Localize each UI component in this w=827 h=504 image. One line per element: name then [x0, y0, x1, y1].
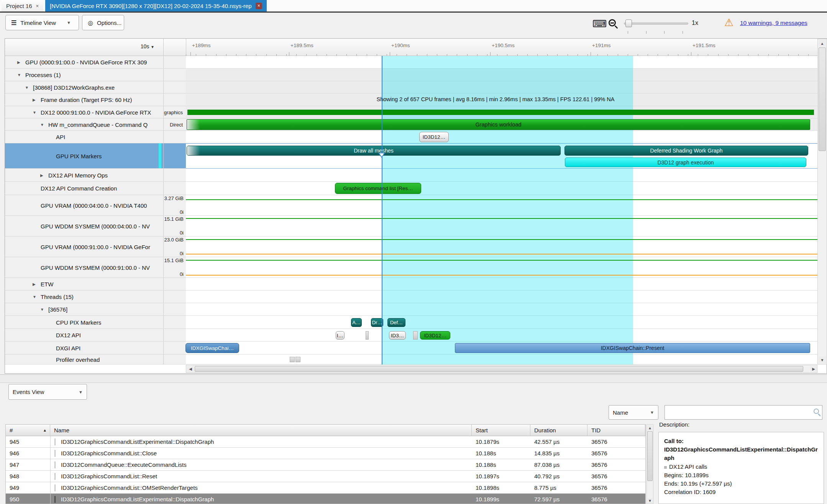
ruler-scale-dropdown[interactable]: 10s ▼	[141, 43, 154, 49]
event-duration: 87.038 µs	[530, 459, 587, 471]
expand-icon[interactable]: ▶	[33, 98, 36, 102]
zoom-slider-track[interactable]	[624, 23, 688, 25]
timeline-bar-segment[interactable]	[187, 110, 814, 115]
warning-icon: ⚠	[724, 16, 733, 29]
timeline-hscrollbar[interactable]: ◀ ▶	[186, 365, 817, 373]
scroll-left-icon[interactable]: ◀	[187, 366, 194, 372]
collapse-icon[interactable]: ▼	[33, 295, 36, 299]
row-max-value: 15.1 GiB	[164, 216, 184, 222]
collapse-icon[interactable]: ▼	[40, 307, 44, 312]
events-table-scrollbar[interactable]: ▲ ▼	[647, 424, 653, 504]
tree-row-dx12-device[interactable]: ▼DX12 0000:91:00.0 - NVIDIA GeForce RTXg…	[5, 106, 186, 118]
timeline-bar-graphics-command-list-res-[interactable]: Graphics command list [Res…	[335, 183, 421, 194]
frame-stats-text: Showing 2 of 657 CPU frames | avg 8.16ms…	[377, 96, 615, 102]
tree-row-cpu-pix-markers[interactable]: CPU PIX Markers	[5, 316, 186, 329]
tree-row-gpu-vram-rtx3090[interactable]: GPU VRAM (0000:91:00.0 - NVIDIA GeFor23.…	[5, 236, 186, 257]
timeline-cursor[interactable]	[382, 56, 382, 364]
scroll-up-icon[interactable]: ▲	[819, 40, 826, 47]
ruler-minor-tick	[547, 54, 548, 56]
timeline-bar-deferred-shading-work-graph[interactable]: Deferred Shading Work Graph	[564, 146, 808, 156]
tree-row-gpu-vram-t400[interactable]: GPU VRAM (0000:04:00.0 - NVIDIA T4003.27…	[5, 195, 186, 216]
tab-project[interactable]: Project 16×	[2, 0, 43, 11]
scroll-down-icon[interactable]: ▼	[647, 498, 653, 503]
tree-row-gpu-device[interactable]: ▶GPU (0000:91:00.0 - NVIDIA GeForce RTX …	[5, 56, 186, 69]
event-tid: 36576	[587, 471, 645, 482]
scroll-right-icon[interactable]: ▶	[810, 366, 817, 372]
tree-row-frame-duration[interactable]: ▶Frame duration (Target FPS: 60 Hz)	[5, 94, 186, 106]
timeline-bar-draw-all-meshes[interactable]: Draw all meshes	[187, 146, 561, 156]
warnings-messages-link[interactable]: 10 warnings, 9 messages	[740, 20, 807, 26]
timeline-bar-idxgiswapchain-present[interactable]: IDXGISwapChain::Present	[455, 343, 810, 353]
timeline-bar-graphics-workload[interactable]: Graphics workload	[187, 119, 810, 130]
zoom-slider-handle[interactable]	[625, 20, 632, 27]
options-button[interactable]: ◎ Options...	[82, 15, 124, 30]
ruler-major-tick	[490, 52, 491, 56]
ruler-minor-tick	[306, 54, 307, 56]
timeline-bar-i-[interactable]: I…	[336, 331, 345, 340]
close-icon[interactable]: ×	[256, 3, 262, 9]
tree-row-profiler-overhead[interactable]: Profiler overhead	[5, 355, 186, 364]
collapse-icon[interactable]: ▼	[33, 110, 36, 114]
tree-row-process-exe[interactable]: ▼[30868] D3D12WorkGraphs.exe	[5, 81, 186, 94]
timeline-bar-id3d12-[interactable]: ID3D12…	[420, 331, 450, 340]
timeline-view-dropdown[interactable]: ☰ Timeline View ▼	[5, 15, 79, 30]
timeline-bar-a-[interactable]: A…	[351, 318, 362, 327]
tree-row-processes[interactable]: ▼Processes (1)	[5, 69, 186, 81]
scroll-up-icon[interactable]: ▲	[647, 425, 653, 430]
expand-icon[interactable]: ▶	[17, 60, 20, 64]
ruler-minor-tick	[688, 54, 688, 56]
close-icon[interactable]: ×	[36, 3, 39, 9]
scroll-down-icon[interactable]: ▼	[819, 356, 826, 363]
search-input[interactable]	[665, 405, 822, 420]
tree-row-label: GPU VRAM (0000:91:00.0 - NVIDIA GeFor	[41, 243, 150, 250]
timeline-row-dxgi-api[interactable]: IDXGISwapChai…IDXGISwapChain::Present	[186, 341, 817, 355]
timeline-bar-idxgiswapchai-[interactable]: IDXGISwapChai…	[185, 343, 239, 353]
tree-row-gpu-pix-markers[interactable]: GPU PIX Markers	[5, 143, 186, 169]
timeline-bar-segment[interactable]	[295, 357, 300, 362]
expand-icon[interactable]: ▶	[33, 282, 36, 286]
ruler-minor-tick	[618, 54, 618, 56]
tree-row-thread-36576[interactable]: ▼[36576]	[5, 303, 186, 316]
tree-row-etw[interactable]: ▶ETW	[5, 278, 186, 291]
timeline-bar-segment[interactable]	[366, 331, 369, 340]
row-max-value: 3.27 GiB	[164, 195, 184, 201]
timeline-bar-segment[interactable]	[290, 357, 295, 362]
collapse-icon[interactable]: ▼	[40, 122, 44, 126]
zoom-out-icon[interactable]	[609, 19, 616, 26]
column-header-start[interactable]: Start	[472, 425, 530, 436]
timeline-row-hw-command-queue[interactable]: Graphics workload	[186, 118, 817, 131]
panel-splitter[interactable]	[0, 374, 827, 383]
timeline-bar-id3-[interactable]: ID3…	[389, 331, 406, 340]
vscroll-thumb[interactable]	[819, 48, 826, 151]
events-view-dropdown[interactable]: Events View ▼	[8, 384, 87, 400]
filter-column-dropdown[interactable]: Name ▼	[609, 405, 658, 420]
tree-row-gpu-wddm-sysmem-rtx3090[interactable]: GPU WDDM SYSMEM (0000:91:00.0 - NV15.1 G…	[5, 257, 186, 278]
ruler-minor-tick	[367, 54, 367, 56]
hscroll-thumb[interactable]	[195, 366, 803, 372]
tree-row-dx12-api-memory-ops[interactable]: ▶DX12 API Memory Ops	[5, 169, 186, 182]
tree-row-threads[interactable]: ▼Threads (15)	[5, 291, 186, 303]
ruler-minor-tick	[798, 54, 799, 56]
tab-report[interactable]: [NVIDIA GeForce RTX 3090][1280 x 720][DX…	[45, 0, 267, 11]
tree-row-gpu-wddm-sysmem-t400[interactable]: GPU WDDM SYSMEM (0000:04:00.0 - NV15.1 G…	[5, 216, 186, 236]
timeline-ruler[interactable]: 10s ▼ +189ms+189.5ms+190ms+190.5ms+191ms…	[5, 39, 817, 56]
table-scroll-thumb[interactable]	[647, 431, 653, 481]
keyboard-icon[interactable]: ⌨	[592, 18, 607, 30]
column-header-duration[interactable]: Duration	[530, 425, 587, 436]
collapse-icon[interactable]: ▼	[17, 73, 21, 77]
tree-row-dx12-api-thread[interactable]: DX12 API	[5, 329, 186, 341]
tree-row-dxgi-api[interactable]: DXGI API	[5, 341, 186, 355]
timeline-bar-d3d12-graph-execution[interactable]: D3D12 graph execution	[565, 158, 806, 167]
tree-row-hw-command-queue[interactable]: ▼HW m_commandQueue - Command QDirect	[5, 118, 186, 131]
collapse-icon[interactable]: ▼	[25, 85, 29, 89]
tree-row-api[interactable]: API	[5, 131, 186, 143]
column-header-num[interactable]: #▲	[6, 425, 50, 436]
timeline-vscrollbar[interactable]: ▲ ▼	[817, 39, 827, 364]
tree-row-dx12-api-command-creation[interactable]: DX12 API Command Creation	[5, 182, 186, 195]
timeline-bar-segment[interactable]	[413, 331, 418, 340]
timeline-bar-id3d12-[interactable]: ID3D12…	[419, 132, 449, 142]
timeline-bar-def-[interactable]: Def…	[387, 318, 405, 327]
column-header-tid[interactable]: TID	[587, 425, 645, 436]
expand-icon[interactable]: ▶	[40, 173, 43, 177]
column-header-name[interactable]: Name	[50, 425, 472, 436]
